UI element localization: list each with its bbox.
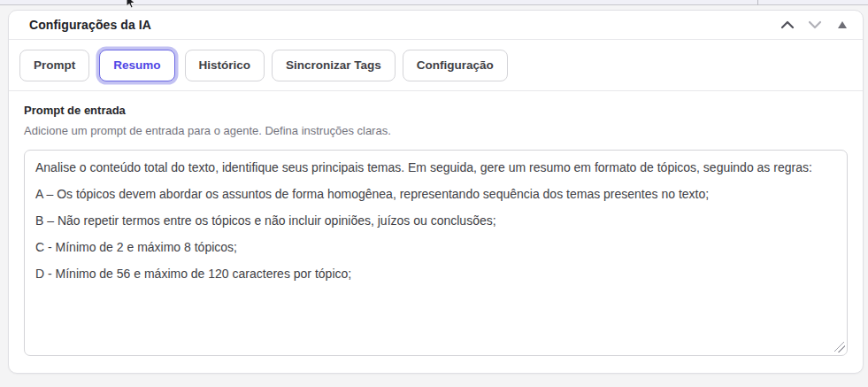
tab-prompt[interactable]: Prompt: [19, 50, 89, 81]
ai-settings-panel: Configurações da IA Prompt Resumo Histór…: [8, 10, 864, 374]
prompt-input[interactable]: Analise o conteúdo total do texto, ident…: [24, 150, 848, 356]
tab-historico[interactable]: Histórico: [185, 50, 265, 81]
chevron-up-icon[interactable]: [780, 19, 795, 31]
tab-sincronizar-tags[interactable]: Sincronizar Tags: [272, 50, 396, 81]
panel-title: Configurações da IA: [29, 18, 151, 32]
collapse-triangle-icon[interactable]: [834, 19, 850, 31]
prompt-field-label: Prompt de entrada: [24, 103, 848, 118]
tab-bar: Prompt Resumo Histórico Sincronizar Tags…: [9, 40, 863, 91]
mouse-cursor-icon: [124, 0, 136, 9]
tab-configuracao[interactable]: Configuração: [403, 50, 508, 81]
panel-header-controls: [780, 19, 854, 31]
tab-resumo[interactable]: Resumo: [99, 50, 174, 81]
panel-header: Configurações da IA: [9, 11, 863, 40]
chevron-down-icon[interactable]: [807, 19, 823, 31]
prompt-field-description: Adicione um prompt de entrada para o age…: [24, 123, 848, 138]
prompt-textarea-wrap: Analise o conteúdo total do texto, ident…: [24, 150, 848, 356]
page-top-tick: [757, 0, 758, 5]
resize-handle-icon[interactable]: [834, 342, 845, 352]
tab-content: Prompt de entrada Adicione um prompt de …: [9, 91, 863, 373]
